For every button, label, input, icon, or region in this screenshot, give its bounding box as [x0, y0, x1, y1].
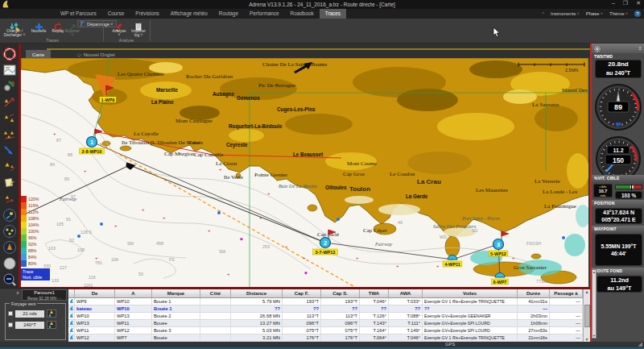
note-edit-icon[interactable]: [2, 175, 18, 190]
close-button[interactable]: ✕: [636, 0, 641, 6]
vit-cible-pct[interactable]: 103 %: [615, 191, 642, 199]
help-button[interactable]: ?: [634, 10, 641, 17]
row-icon: [68, 305, 75, 312]
waypoint-display[interactable]: 5.55MN 199°T46:44': [595, 234, 642, 266]
instrument-list-icon[interactable]: ≡: [638, 46, 642, 51]
collapse-ribbon-icon[interactable]: ^: [542, 11, 544, 16]
table-row[interactable]: WP12WP7Bouée3.21 MN176°T176°TT.064°T.046…: [68, 334, 583, 342]
blue-arrow-icon[interactable]: [2, 143, 18, 158]
place-label: Cuges-Les-Pins: [277, 106, 316, 113]
column-header[interactable]: Durée: [518, 289, 550, 297]
table-cell: Exemple GV+Exemple SPI LOURD: [423, 320, 518, 326]
table-row[interactable]: bateauWP10Bouée 1????????????—: [68, 305, 583, 313]
plus-icon: [35, 20, 43, 29]
trace-arrow-icon[interactable]: [2, 94, 18, 110]
vit-cible-bar: [615, 185, 642, 189]
route-fond-display[interactable]: 11.2ndau 149°T: [597, 276, 642, 293]
column-header[interactable]: De: [75, 289, 115, 297]
table-cell: T.046°: [360, 298, 389, 305]
tab-carte[interactable]: Carte: [26, 50, 51, 58]
scroll-up-icon[interactable]: ▲: [585, 289, 589, 294]
column-header[interactable]: Marque: [152, 289, 200, 297]
position-display[interactable]: 43°17.624 N005°20.471 E: [595, 208, 642, 224]
table-row[interactable]: WP10WP13Bouée 226.68 MN113°T113°TT.126°T…: [68, 313, 583, 320]
instrument-settings-icon[interactable]: [594, 41, 601, 56]
zoom-mark-icon[interactable]: [2, 207, 18, 222]
row-icon: [68, 327, 75, 334]
wind-speed-tool-button[interactable]: [47, 310, 56, 318]
mark-move-icon[interactable]: [2, 191, 18, 206]
tab-previsions[interactable]: Prévisions: [130, 9, 164, 19]
ribbon: Charger / Décharger ˅ Nouvelle Replay Ex…: [0, 19, 644, 44]
wind-dir-checkbox[interactable]: [8, 322, 13, 327]
table-cell: WP11: [75, 327, 115, 334]
tab-nouvel-onglet[interactable]: ◇Nouvel Onglet: [71, 50, 122, 58]
instrument-panel-header: ≡: [592, 44, 644, 53]
table-cell: 2h03mn: [518, 313, 550, 319]
scroll-thumb[interactable]: [584, 305, 590, 327]
wind-dir-tool-button[interactable]: [47, 321, 56, 329]
compass-gauge[interactable]: 89: [593, 81, 643, 134]
mark-cone-icon[interactable]: [2, 159, 18, 174]
resize-grip[interactable]: ◢: [638, 341, 642, 347]
charger-decharger-button[interactable]: Charger / Décharger ˅: [3, 20, 26, 36]
table-cell: T.149°: [389, 327, 423, 334]
column-header[interactable]: Cap S.: [321, 289, 360, 297]
table-scrollbar[interactable]: ▲ ▼: [583, 289, 590, 342]
marks-route-icon[interactable]: [2, 127, 18, 142]
chart-select-icon[interactable]: [2, 62, 18, 77]
zoom-boat-icon[interactable]: [2, 239, 18, 255]
phase-menu[interactable]: Phase: [586, 11, 603, 16]
place-label: Mont Caume: [347, 160, 377, 167]
minimize-button[interactable]: –: [612, 0, 615, 6]
instruments-menu[interactable]: Instruments: [551, 11, 580, 16]
wind-dir-field[interactable]: 240°T: [15, 322, 44, 329]
zoom-out-icon[interactable]: [2, 272, 18, 287]
column-header[interactable]: TWA: [360, 289, 389, 297]
tab-wp-et-parcours[interactable]: WP et Parcours: [55, 9, 102, 19]
table-row[interactable]: WP9WP10Bouée 15.79 MN193°T193°TT.046°T.0…: [68, 298, 583, 305]
table-cell: WP12: [115, 327, 152, 334]
table-row[interactable]: WP13WP11Bouée13.27 MN096°T096°TT.143°T.1…: [68, 320, 583, 327]
lifebuoy-icon[interactable]: [2, 46, 18, 61]
wind-speed-checkbox[interactable]: [8, 311, 13, 316]
table-row[interactable]: WP11WP12Bouée 35.03 MN075°T075°TT.164°T.…: [68, 327, 583, 334]
column-header[interactable]: Cap F.: [283, 289, 321, 297]
tab-traces[interactable]: Traces: [320, 9, 346, 19]
chart-area[interactable]: 2.5MN Les Quatre CheminsRocher Du Garlab…: [21, 58, 588, 289]
maximize-button[interactable]: ❐: [623, 0, 628, 6]
wind-speed-field[interactable]: 21 nds: [15, 310, 44, 318]
column-header[interactable]: AWA: [389, 289, 423, 297]
sounding-label: 227: [60, 265, 67, 270]
tab-routage[interactable]: Routage: [213, 9, 244, 19]
place-label: Port Saint - Pierre: [461, 215, 500, 221]
table-cell: Bouée: [152, 320, 200, 326]
table-cell: WP11: [115, 320, 152, 326]
tab-affichage-meteo[interactable]: Affichage météo: [165, 9, 213, 19]
table-cell: [200, 334, 231, 341]
tab-roadbook[interactable]: Roadbook: [285, 9, 320, 19]
sounding-label: 91: [66, 217, 71, 222]
chart-tools-icon[interactable]: [2, 78, 18, 93]
tws-twd-display[interactable]: 20.8ndau 240°T: [595, 60, 642, 78]
pan-icon[interactable]: [2, 256, 18, 271]
speed-main-value: 150: [613, 156, 624, 164]
tab-performance[interactable]: Performance: [244, 9, 285, 19]
theme-menu[interactable]: Thème: [609, 11, 628, 16]
table-cell: WP7: [115, 334, 152, 341]
importer-log-button[interactable]: Importer log ˅: [127, 20, 150, 36]
marks-pair-icon[interactable]: [2, 110, 18, 126]
table-cell: WP10: [75, 313, 115, 319]
instrument-scrollbar[interactable]: ▲▼: [592, 269, 597, 339]
place-label: La Ciotat: [216, 160, 237, 167]
column-header[interactable]: Distance: [231, 289, 283, 297]
tab-course[interactable]: Course: [102, 9, 130, 19]
table-cell: WP10: [115, 298, 152, 305]
zoom-marks-icon[interactable]: [2, 223, 18, 239]
column-header[interactable]: Passage à: [550, 289, 583, 297]
column-header[interactable]: Côté: [200, 289, 231, 297]
close-parcours-panel-button[interactable]: x: [14, 289, 21, 296]
nautical-chart[interactable]: 2.5MN Les Quatre CheminsRocher Du Garlab…: [21, 58, 588, 289]
column-header[interactable]: Voiles: [423, 289, 518, 297]
column-header[interactable]: A: [115, 289, 152, 297]
